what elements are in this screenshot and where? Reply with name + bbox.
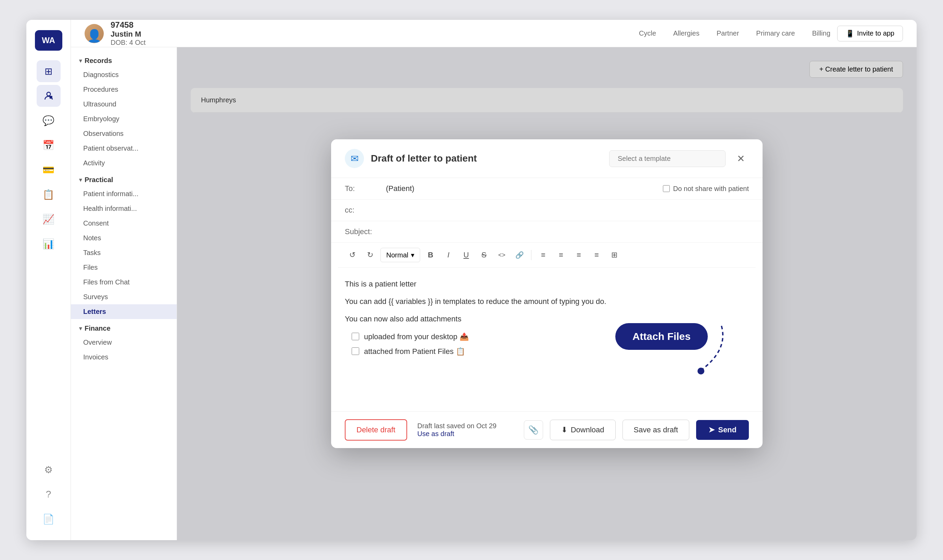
left-nav-section-header-finance[interactable]: ▾ Finance [71,322,177,335]
upload-label: uploaded from your desktop 📤 [364,331,469,343]
format-label: Normal [386,251,408,259]
cc-input[interactable] [386,206,749,215]
sidebar-item-diagnostics[interactable]: Diagnostics [71,68,177,82]
sidebar-icon-document[interactable]: 📄 [37,508,61,530]
strikethrough-button[interactable]: S [476,248,492,263]
sidebar-item-invoices[interactable]: Invoices [71,350,177,365]
modal-overlay: ✉ Draft of letter to patient ✕ To: (Pati… [177,47,917,540]
patient-name: Justin M [111,30,632,39]
nav-allergies[interactable]: Allergies [673,29,700,37]
attach-files-button[interactable]: Attach Files [615,323,708,350]
sidebar-icon-graph[interactable]: 📊 [37,233,61,255]
sidebar-icon-reports[interactable]: 📋 [37,183,61,205]
sidebar: WA ⊞ + 💬 📅 💳 📋 📈 📊 ⚙ ? 📄 [26,20,71,540]
sidebar-item-letters[interactable]: Letters [71,304,177,319]
upload-checkbox-input[interactable] [352,333,359,340]
align-center-button[interactable]: ≡ [553,248,569,263]
top-bar: 97458 Justin M DOB: 4 Oct Cycle Allergie… [71,20,917,47]
sidebar-icon-chat[interactable]: 💬 [37,109,61,131]
redo-button[interactable]: ↻ [363,248,378,263]
left-nav-section-records: ▾ Records Diagnostics Procedures Ultraso… [71,54,177,171]
sidebar-icon-help[interactable]: ? [37,483,61,505]
svg-text:+: + [50,96,52,99]
justify-button[interactable]: ≡ [589,248,604,263]
cc-label: cc: [345,206,386,215]
chevron-down-icon-3: ▾ [79,325,82,332]
sidebar-item-files-from-chat[interactable]: Files from Chat [71,275,177,289]
to-value: (Patient) [386,184,663,193]
chevron-down-icon: ▾ [79,57,82,64]
invite-to-app-button[interactable]: 📱 Invite to app [837,26,903,42]
download-icon: ⬇ [561,426,567,434]
left-nav: ▾ Records Diagnostics Procedures Ultraso… [71,47,177,540]
align-right-button[interactable]: ≡ [571,248,586,263]
modal-close-button[interactable]: ✕ [732,150,749,167]
template-select-input[interactable] [609,150,726,167]
page-area: + Create letter to patient Humphreys [177,47,917,540]
invite-icon: 📱 [846,29,854,38]
patient-files-checkbox-input[interactable] [352,348,359,355]
nav-billing[interactable]: Billing [812,29,831,37]
modal-footer: Delete draft Draft last saved on Oct 29 … [331,411,763,448]
table-button[interactable]: ⊞ [607,248,622,263]
sidebar-item-files[interactable]: Files [71,260,177,275]
sidebar-icon-dashboard[interactable]: ⊞ [37,60,61,82]
left-nav-section-header-practical[interactable]: ▾ Practical [71,173,177,186]
bold-button[interactable]: B [423,248,438,263]
undo-button[interactable]: ↺ [345,248,360,263]
patient-id: 97458 [111,20,632,30]
link-button[interactable]: 🔗 [512,248,527,263]
patient-dob: DOB: 4 Oct [111,39,632,46]
underline-button[interactable]: U [459,248,473,263]
avatar [85,24,104,43]
sidebar-item-patient-observations[interactable]: Patient observat... [71,141,177,156]
app-logo: WA [35,30,62,51]
to-field: To: (Patient) Do not share with patient [331,178,763,200]
code-button[interactable]: <> [494,248,509,263]
draft-letter-modal: ✉ Draft of letter to patient ✕ To: (Pati… [331,139,763,448]
sidebar-icon-billing[interactable]: 💳 [37,159,61,181]
editor-line-2: You can add {{ variables }} in templates… [345,295,749,308]
sidebar-icon-settings[interactable]: ⚙ [37,459,61,481]
sidebar-icon-patients[interactable]: + [37,85,61,107]
patient-info: 97458 Justin M DOB: 4 Oct [111,20,632,46]
sidebar-item-embryology[interactable]: Embryology [71,112,177,126]
subject-input[interactable] [386,227,749,236]
svg-point-0 [46,92,50,96]
sidebar-item-patient-information[interactable]: Patient informati... [71,186,177,201]
italic-button[interactable]: I [441,248,456,263]
sidebar-item-ultrasound[interactable]: Ultrasound [71,97,177,112]
patient-files-label: attached from Patient Files 📋 [364,345,465,357]
align-left-button[interactable]: ≡ [536,248,551,263]
save-as-draft-button[interactable]: Save as draft [623,420,690,440]
paperclip-icon: 📎 [529,425,539,435]
sidebar-icon-calendar[interactable]: 📅 [37,134,61,156]
sidebar-item-tasks[interactable]: Tasks [71,245,177,260]
send-button[interactable]: ➤ Send [696,420,749,440]
do-not-share-checkbox[interactable]: Do not share with patient [663,185,749,193]
sidebar-item-consent[interactable]: Consent [71,216,177,231]
download-button[interactable]: ⬇ Download [550,420,616,440]
do-not-share-input[interactable] [663,185,670,192]
cc-field: cc: [331,200,763,221]
sidebar-item-overview[interactable]: Overview [71,335,177,350]
sidebar-item-notes[interactable]: Notes [71,231,177,245]
to-label: To: [345,184,386,193]
format-select[interactable]: Normal ▾ [381,248,420,262]
nav-primary-care[interactable]: Primary care [756,29,795,37]
attach-icon-button[interactable]: 📎 [524,420,543,440]
sidebar-icon-chart[interactable]: 📈 [37,208,61,230]
left-nav-section-header-records[interactable]: ▾ Records [71,54,177,68]
sidebar-item-activity[interactable]: Activity [71,156,177,171]
sidebar-item-procedures[interactable]: Procedures [71,82,177,97]
main-content: 97458 Justin M DOB: 4 Oct Cycle Allergie… [71,20,917,540]
sidebar-item-health-information[interactable]: Health informati... [71,201,177,216]
nav-partner[interactable]: Partner [716,29,739,37]
subject-label: Subject: [345,227,386,236]
nav-cycle[interactable]: Cycle [639,29,656,37]
delete-draft-button[interactable]: Delete draft [345,419,407,440]
sidebar-item-surveys[interactable]: Surveys [71,289,177,304]
editor-line-1: This is a patient letter [345,278,749,290]
use-as-draft-link[interactable]: Use as draft [418,430,517,438]
sidebar-item-observations[interactable]: Observations [71,126,177,141]
